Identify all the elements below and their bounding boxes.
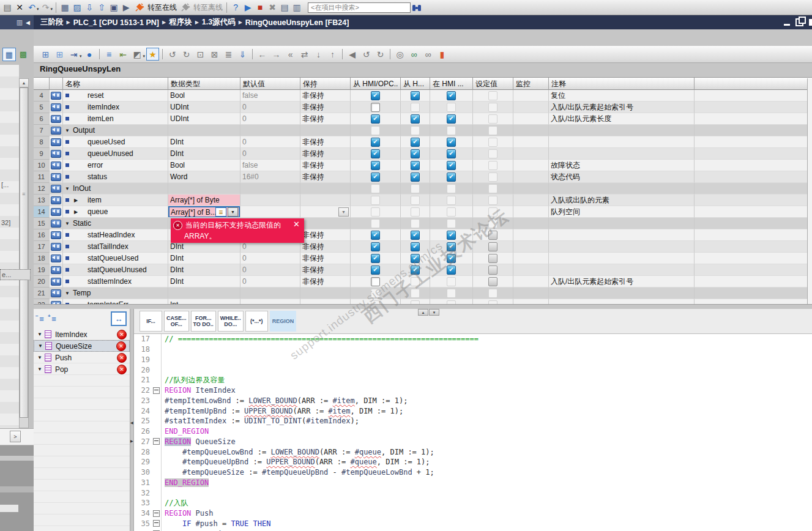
code-text[interactable]: #tempQueueSize := #tempQueueUpBnd - #tem… [161,467,812,478]
dropdown-caret-icon[interactable]: ▾ [37,7,39,12]
visible-in-hmi-checkbox[interactable]: ✔ [447,242,456,251]
name-cell[interactable]: ▼Output [63,125,168,136]
code-text[interactable] [161,355,812,365]
name-cell[interactable]: ▶item [63,195,168,206]
undo-navigation-icon[interactable]: ↺ [360,48,373,61]
row-number-cell[interactable]: 10 [34,160,50,171]
start-runtime-icon[interactable]: ▶ [120,1,132,13]
datatype-selected-editor[interactable]: Array[*] of B...≣▼ [168,206,240,218]
background-horizontal-scrollbar[interactable]: > [0,428,34,445]
accessible-from-hmi-checkbox[interactable]: ✔ [371,254,380,263]
default-value-cell[interactable]: 0 [240,276,300,288]
name-cell[interactable]: ▼Temp [63,288,168,299]
breadcrumb-item[interactable]: 1.3源代码 [202,17,236,28]
find-in-project-icon[interactable] [411,1,423,13]
rewire-icon[interactable]: ← [256,48,269,61]
code-text[interactable]: REGION ItemIndex [161,385,812,396]
comment-cell[interactable] [549,218,695,229]
breadcrumb-item[interactable]: PLC_1 [CPU 1513-1 PN] [73,18,159,27]
paste-icon[interactable]: ▤ [1,1,13,13]
code-text[interactable]: REGION Push [161,508,812,519]
name-cell[interactable]: statTailIndex [63,241,168,253]
retain-dropdown-button[interactable]: ▼ [338,207,349,217]
snippet-button[interactable]: WHILE..DO... [218,311,244,332]
split-editor-horizontal-icon[interactable]: ▤ [278,1,291,13]
retain-cell[interactable]: 非保持 [300,241,351,253]
datatype-cell[interactable]: DInt [168,276,240,288]
split-editor-vertical-icon[interactable]: ▥ [291,1,303,13]
fold-collapse-icon[interactable] [153,387,160,394]
code-line[interactable]: 18 [134,344,812,355]
indent-icon[interactable]: → [270,48,283,61]
writable-from-hmi-checkbox[interactable]: ✔ [411,161,420,170]
retain-cell[interactable] [300,218,351,229]
array-expand-icon[interactable]: ▶ [74,207,78,218]
retain-cell[interactable]: 非保持 [300,253,351,264]
start-cpu-icon[interactable]: ▣ [108,1,120,13]
name-cell[interactable]: error [63,160,168,171]
table-row[interactable]: 12▼InOut [34,183,812,195]
snippet-button[interactable]: IF... [140,311,162,332]
region-nav-item[interactable]: ▼ItemIndex✕ [34,329,130,340]
add-row-icon[interactable]: ⊞ [53,48,66,61]
writable-from-hmi-checkbox[interactable]: ✔ [411,254,420,263]
datatype-cell[interactable]: Bool [168,90,240,102]
code-text[interactable] [161,488,812,498]
retain-cell[interactable]: 非保持 [300,148,351,160]
datatype-cell[interactable]: Array[*] of B...≣▼ [168,206,240,218]
vertical-splitter[interactable]: ◀ ▶ [130,309,134,531]
setpoint-checkbox[interactable] [488,254,497,263]
code-line[interactable]: 19 [134,355,812,365]
name-cell[interactable]: reset [63,90,168,102]
retain-cell[interactable]: 非保持 [300,171,351,183]
code-area[interactable]: 17// ===================================… [134,334,812,531]
cross-reference-2-icon[interactable]: ∞ [422,48,434,61]
retain-cell[interactable]: 非保持 [300,229,351,241]
accessible-from-hmi-checkbox[interactable]: ✔ [371,173,380,182]
datatype-cell[interactable]: DInt [168,148,240,160]
accessible-from-hmi-checkbox[interactable]: ✔ [371,91,380,100]
code-text[interactable]: #tempItemLowBnd := LOWER_BOUND(ARR := #i… [161,396,812,406]
download-to-device-icon[interactable]: ⇩ [83,1,95,13]
comment-cell[interactable] [549,148,695,160]
comment-cell[interactable] [549,136,695,148]
snippet-button[interactable]: (*...*) [245,311,268,332]
minimize-button[interactable] [784,24,790,26]
compile-icon[interactable]: ▨ [71,1,83,13]
default-value-cell[interactable]: 0 [240,264,300,276]
scrollbar-thumb[interactable]: ≡ [20,87,28,418]
retain-cell[interactable]: 非保持 [300,264,351,276]
table-row[interactable]: 16statHeadIndex非保持✔✔✔ [34,229,812,241]
row-number-cell[interactable]: 9 [34,148,50,160]
column-header[interactable]: 在 HMI ... [430,78,473,90]
datatype-cell[interactable] [168,183,240,195]
retain-cell[interactable]: 非保持 [300,276,351,288]
import-source-icon[interactable]: ⇤ [117,48,130,61]
cross-reference-icon[interactable]: ∞ [408,48,420,61]
table-row[interactable]: 10errorBoolfalse非保持✔✔✔故障状态 [34,160,812,171]
datatype-cell[interactable]: DInt [168,136,240,148]
comment-cell[interactable] [549,253,695,264]
sort-ascending-icon[interactable]: ↓ [312,48,325,61]
retain-cell[interactable]: 非保持 [300,113,351,125]
table-row[interactable]: 14▶queueArray[*] of B...≣▼▼队列空间 [34,206,812,218]
section-expand-icon[interactable]: ▼ [65,184,70,195]
comment-cell[interactable]: 队列空间 [549,206,695,218]
chevron-down-icon[interactable]: ▼ [37,332,42,337]
go-online-button[interactable]: 转至在线 [133,1,177,13]
code-text[interactable]: END_REGION [161,426,812,437]
retain-cell[interactable] [300,195,351,206]
array-expand-icon[interactable]: ▶ [74,195,78,206]
retain-cell[interactable] [300,288,351,299]
visible-in-hmi-checkbox[interactable]: ✔ [447,173,456,182]
sync-scrolling-button[interactable]: ↔ [111,311,127,326]
writable-from-hmi-checkbox[interactable]: ✔ [411,242,420,251]
datatype-browse-button[interactable]: ≣ [215,207,226,217]
comment-cell[interactable]: 入队或出队的元素 [549,195,695,206]
dropdown-caret-icon[interactable]: ▾ [51,7,53,12]
retain-cell[interactable] [300,125,351,136]
visible-in-hmi-checkbox[interactable]: ✔ [447,266,456,275]
visible-in-hmi-checkbox[interactable]: ✔ [447,91,456,100]
code-line[interactable]: 34REGION Push [134,508,812,519]
accessible-from-hmi-checkbox[interactable]: ✔ [371,161,380,170]
